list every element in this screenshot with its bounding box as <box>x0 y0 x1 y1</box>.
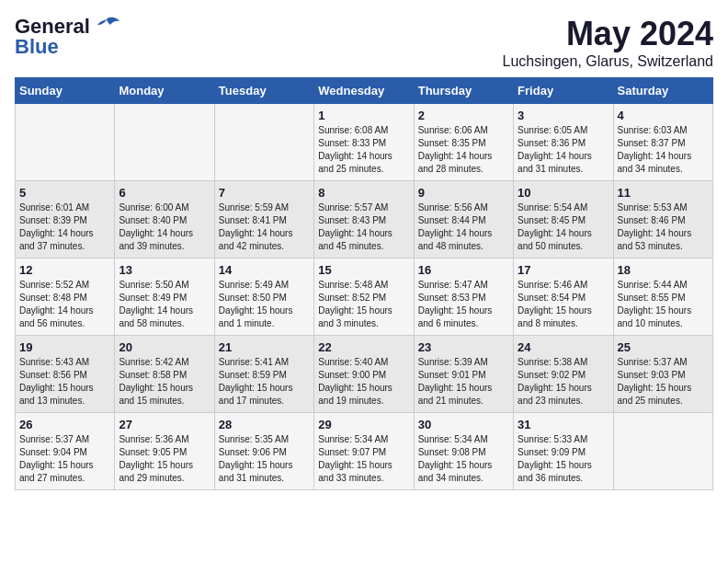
day-info: Sunrise: 5:54 AM Sunset: 8:45 PM Dayligh… <box>518 201 609 253</box>
calendar-cell <box>613 413 712 490</box>
day-info: Sunrise: 5:35 AM Sunset: 9:06 PM Dayligh… <box>219 433 310 485</box>
day-of-week-header: Tuesday <box>214 78 313 104</box>
calendar-cell <box>16 104 115 181</box>
day-number: 25 <box>618 340 709 354</box>
day-of-week-header: Sunday <box>16 78 115 104</box>
day-number: 5 <box>19 186 110 200</box>
calendar-cell: 27Sunrise: 5:36 AM Sunset: 9:05 PM Dayli… <box>115 413 214 490</box>
day-info: Sunrise: 6:08 AM Sunset: 8:33 PM Dayligh… <box>318 124 409 176</box>
day-number: 30 <box>418 418 509 431</box>
calendar-cell: 6Sunrise: 6:00 AM Sunset: 8:40 PM Daylig… <box>115 181 214 259</box>
day-info: Sunrise: 5:44 AM Sunset: 8:55 PM Dayligh… <box>618 279 709 330</box>
calendar-header-row: SundayMondayTuesdayWednesdayThursdayFrid… <box>16 78 713 104</box>
day-info: Sunrise: 5:40 AM Sunset: 9:00 PM Dayligh… <box>318 356 409 408</box>
day-info: Sunrise: 5:59 AM Sunset: 8:41 PM Dayligh… <box>219 201 310 253</box>
calendar-cell: 23Sunrise: 5:39 AM Sunset: 9:01 PM Dayli… <box>414 336 513 413</box>
calendar-cell: 28Sunrise: 5:35 AM Sunset: 9:06 PM Dayli… <box>214 413 313 490</box>
calendar-cell: 1Sunrise: 6:08 AM Sunset: 8:33 PM Daylig… <box>314 104 414 181</box>
day-info: Sunrise: 5:49 AM Sunset: 8:50 PM Dayligh… <box>219 279 310 330</box>
calendar-cell: 16Sunrise: 5:47 AM Sunset: 8:53 PM Dayli… <box>414 259 513 336</box>
calendar-cell: 7Sunrise: 5:59 AM Sunset: 8:41 PM Daylig… <box>214 181 313 259</box>
main-title: May 2024 <box>503 15 713 53</box>
day-info: Sunrise: 5:34 AM Sunset: 9:08 PM Dayligh… <box>418 433 509 485</box>
calendar-cell: 11Sunrise: 5:53 AM Sunset: 8:46 PM Dayli… <box>613 181 712 259</box>
day-of-week-header: Thursday <box>414 78 513 104</box>
day-number: 4 <box>618 109 709 122</box>
day-info: Sunrise: 5:57 AM Sunset: 8:43 PM Dayligh… <box>318 201 409 253</box>
calendar-cell: 8Sunrise: 5:57 AM Sunset: 8:43 PM Daylig… <box>314 181 414 259</box>
calendar-cell: 12Sunrise: 5:52 AM Sunset: 8:48 PM Dayli… <box>16 259 115 336</box>
day-number: 21 <box>219 340 310 354</box>
day-info: Sunrise: 5:37 AM Sunset: 9:03 PM Dayligh… <box>618 356 709 408</box>
calendar-cell: 25Sunrise: 5:37 AM Sunset: 9:03 PM Dayli… <box>613 336 712 413</box>
calendar-week-row: 5Sunrise: 6:01 AM Sunset: 8:39 PM Daylig… <box>16 181 713 259</box>
calendar-cell: 29Sunrise: 5:34 AM Sunset: 9:07 PM Dayli… <box>314 413 414 490</box>
day-number: 8 <box>318 186 409 200</box>
day-number: 31 <box>518 418 609 431</box>
calendar-cell <box>115 104 214 181</box>
day-info: Sunrise: 5:53 AM Sunset: 8:46 PM Dayligh… <box>618 201 709 253</box>
day-number: 16 <box>418 263 509 277</box>
day-info: Sunrise: 5:41 AM Sunset: 8:59 PM Dayligh… <box>219 356 310 408</box>
day-number: 23 <box>418 340 509 354</box>
calendar-cell: 15Sunrise: 5:48 AM Sunset: 8:52 PM Dayli… <box>314 259 414 336</box>
page-header: General Blue May 2024 Luchsingen, Glarus… <box>15 15 713 70</box>
title-block: May 2024 Luchsingen, Glarus, Switzerland <box>503 15 713 70</box>
day-number: 22 <box>318 340 409 354</box>
day-info: Sunrise: 5:47 AM Sunset: 8:53 PM Dayligh… <box>418 279 509 330</box>
day-number: 2 <box>418 109 509 122</box>
day-number: 6 <box>119 186 210 200</box>
calendar-cell: 5Sunrise: 6:01 AM Sunset: 8:39 PM Daylig… <box>16 181 115 259</box>
logo: General Blue <box>15 15 119 59</box>
day-number: 27 <box>119 418 210 431</box>
day-info: Sunrise: 5:46 AM Sunset: 8:54 PM Dayligh… <box>518 279 609 330</box>
day-number: 19 <box>19 340 110 354</box>
day-info: Sunrise: 5:34 AM Sunset: 9:07 PM Dayligh… <box>318 433 409 485</box>
day-number: 28 <box>219 418 310 431</box>
day-info: Sunrise: 5:39 AM Sunset: 9:01 PM Dayligh… <box>418 356 509 408</box>
calendar-cell: 10Sunrise: 5:54 AM Sunset: 8:45 PM Dayli… <box>514 181 613 259</box>
day-number: 13 <box>119 263 210 277</box>
calendar-cell: 17Sunrise: 5:46 AM Sunset: 8:54 PM Dayli… <box>514 259 613 336</box>
day-number: 14 <box>219 263 310 277</box>
day-number: 11 <box>618 186 709 200</box>
calendar-cell <box>214 104 313 181</box>
day-number: 9 <box>418 186 509 200</box>
subtitle: Luchsingen, Glarus, Switzerland <box>503 53 713 70</box>
calendar-cell: 22Sunrise: 5:40 AM Sunset: 9:00 PM Dayli… <box>314 336 414 413</box>
calendar-week-row: 1Sunrise: 6:08 AM Sunset: 8:33 PM Daylig… <box>16 104 713 181</box>
day-info: Sunrise: 6:03 AM Sunset: 8:37 PM Dayligh… <box>618 124 709 176</box>
day-number: 3 <box>518 109 609 122</box>
day-of-week-header: Monday <box>115 78 214 104</box>
day-info: Sunrise: 5:43 AM Sunset: 8:56 PM Dayligh… <box>19 356 110 408</box>
day-info: Sunrise: 6:05 AM Sunset: 8:36 PM Dayligh… <box>518 124 609 176</box>
calendar-cell: 13Sunrise: 5:50 AM Sunset: 8:49 PM Dayli… <box>115 259 214 336</box>
calendar-cell: 9Sunrise: 5:56 AM Sunset: 8:44 PM Daylig… <box>414 181 513 259</box>
day-info: Sunrise: 6:06 AM Sunset: 8:35 PM Dayligh… <box>418 124 509 176</box>
calendar-table: SundayMondayTuesdayWednesdayThursdayFrid… <box>15 77 713 490</box>
day-info: Sunrise: 5:38 AM Sunset: 9:02 PM Dayligh… <box>518 356 609 408</box>
day-info: Sunrise: 5:33 AM Sunset: 9:09 PM Dayligh… <box>518 433 609 485</box>
day-number: 10 <box>518 186 609 200</box>
calendar-cell: 2Sunrise: 6:06 AM Sunset: 8:35 PM Daylig… <box>414 104 513 181</box>
day-number: 18 <box>618 263 709 277</box>
calendar-cell: 31Sunrise: 5:33 AM Sunset: 9:09 PM Dayli… <box>514 413 613 490</box>
day-number: 29 <box>318 418 409 431</box>
day-info: Sunrise: 5:36 AM Sunset: 9:05 PM Dayligh… <box>119 433 210 485</box>
calendar-cell: 3Sunrise: 6:05 AM Sunset: 8:36 PM Daylig… <box>514 104 613 181</box>
logo-blue-text: Blue <box>15 35 59 59</box>
logo-bird-icon <box>94 16 119 38</box>
calendar-cell: 30Sunrise: 5:34 AM Sunset: 9:08 PM Dayli… <box>414 413 513 490</box>
day-info: Sunrise: 5:56 AM Sunset: 8:44 PM Dayligh… <box>418 201 509 253</box>
calendar-cell: 24Sunrise: 5:38 AM Sunset: 9:02 PM Dayli… <box>514 336 613 413</box>
calendar-week-row: 19Sunrise: 5:43 AM Sunset: 8:56 PM Dayli… <box>16 336 713 413</box>
calendar-cell: 18Sunrise: 5:44 AM Sunset: 8:55 PM Dayli… <box>613 259 712 336</box>
calendar-cell: 26Sunrise: 5:37 AM Sunset: 9:04 PM Dayli… <box>16 413 115 490</box>
day-of-week-header: Wednesday <box>314 78 414 104</box>
day-number: 17 <box>518 263 609 277</box>
day-number: 7 <box>219 186 310 200</box>
day-info: Sunrise: 5:50 AM Sunset: 8:49 PM Dayligh… <box>119 279 210 330</box>
day-of-week-header: Friday <box>514 78 613 104</box>
day-number: 20 <box>119 340 210 354</box>
day-number: 1 <box>318 109 409 122</box>
